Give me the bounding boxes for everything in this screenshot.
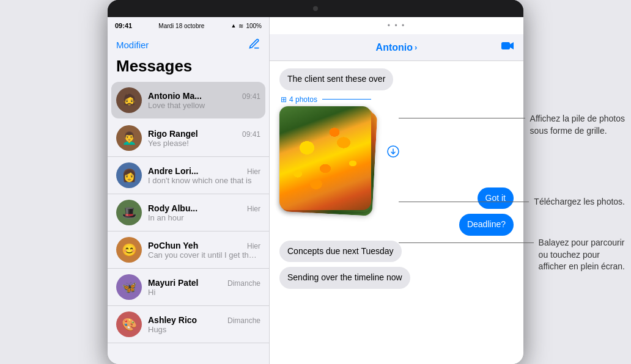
chat-area: • • • Antonio › <box>270 17 523 364</box>
bubble-concepts: Concepts due next Tuesday <box>279 241 402 263</box>
conversation-item-rigo[interactable]: 👨‍🦱 Rigo Rangel 09:41 Yes please! <box>108 120 269 157</box>
chat-header: Antonio › <box>270 34 523 61</box>
photo-card-front <box>279 106 371 210</box>
avatar-pochun: 😊 <box>116 237 142 263</box>
sidebar-status-bar: 09:41 Mardi 18 octobre ▲ ≋ 100% <box>108 17 269 34</box>
grid-icon: ⊞ <box>281 95 287 104</box>
bubble-timeline: Sending over the timeline now <box>279 267 410 289</box>
messages-title: Messages <box>108 57 269 81</box>
bubble-1[interactable]: The client sent these over <box>279 68 393 90</box>
grid-line <box>322 99 371 100</box>
wifi-icon: ≋ <box>238 23 243 29</box>
conv-preview-mayuri: Hi <box>148 288 260 297</box>
sidebar: 09:41 Mardi 18 octobre ▲ ≋ 100% Modifier <box>108 17 270 364</box>
conv-content-rigo: Rigo Rangel 09:41 Yes please! <box>148 129 260 148</box>
bubble-deadline: Deadline? <box>459 214 514 236</box>
modifier-button[interactable]: Modifier <box>116 40 149 50</box>
ipad-top-bar <box>108 0 523 17</box>
conv-content-antonio: Antonio Ma... 09:41 Love that yellow <box>148 91 260 110</box>
facetime-button[interactable] <box>501 41 515 54</box>
conv-preview-rigo: Yes please! <box>148 139 260 148</box>
conv-time-rigo: 09:41 <box>242 130 260 139</box>
svg-rect-0 <box>501 42 510 49</box>
battery-icon: 100% <box>246 23 262 29</box>
status-time: 09:41 <box>115 22 132 29</box>
photo-grid-label[interactable]: ⊞ 4 photos <box>279 95 371 104</box>
photo-stack[interactable] <box>279 106 377 216</box>
message-row-1: The client sent these over <box>279 68 514 90</box>
chat-header-actions <box>501 41 515 54</box>
ipad-frame: 09:41 Mardi 18 octobre ▲ ≋ 100% Modifier <box>108 0 523 364</box>
sidebar-header: Modifier <box>108 34 269 57</box>
conv-preview-antonio: Love that yellow <box>148 101 260 110</box>
conversation-item-antonio[interactable]: 🧔 Antonio Ma... 09:41 Love that yellow <box>111 82 265 118</box>
conv-preview-andre: I don't know which one that is <box>148 176 260 185</box>
conv-preview-rody: In an hour <box>148 213 260 222</box>
flower-image-front <box>279 106 371 210</box>
bubble-got-it: Got it <box>478 187 514 209</box>
annotation-text-3: Balayez pour parcourir ou touchez pour a… <box>539 237 625 273</box>
photos-count: 4 photos <box>289 95 317 104</box>
three-dots: • • • <box>388 21 405 30</box>
compose-button[interactable] <box>248 38 260 52</box>
conv-name-ashley: Ashley Rico <box>148 315 197 325</box>
avatar-ashley: 🎨 <box>116 311 142 337</box>
chat-contact[interactable]: Antonio › <box>376 42 418 53</box>
conv-content-ashley: Ashley Rico Dimanche Hugs <box>148 315 260 334</box>
conv-content-andre: Andre Lori... Hier I don't know which on… <box>148 166 260 185</box>
conv-name-rody: Rody Albu... <box>148 203 197 213</box>
annotation-text-1: Affichez la pile de photos sous forme de… <box>530 113 625 137</box>
conv-preview-ashley: Hugs <box>148 325 260 334</box>
conv-time-ashley: Dimanche <box>227 316 260 325</box>
status-date: Mardi 18 octobre <box>158 23 204 29</box>
avatar-mayuri: 🦋 <box>116 274 142 300</box>
annotation-text-2: Téléchargez les photos. <box>534 197 625 206</box>
conv-time-mayuri: Dimanche <box>227 279 260 288</box>
chevron-right-icon: › <box>415 43 417 52</box>
conv-content-mayuri: Mayuri Patel Dimanche Hi <box>148 278 260 297</box>
conversation-list: 🧔 Antonio Ma... 09:41 Love that yellow 👨… <box>108 81 269 364</box>
avatar-rigo: 👨‍🦱 <box>116 125 142 151</box>
status-icons: ▲ ≋ 100% <box>231 23 262 29</box>
conversation-item-pochun[interactable]: 😊 PoChun Yeh Hier Can you cover it until… <box>108 231 269 269</box>
conv-time-antonio: 09:41 <box>242 92 260 101</box>
conv-name-pochun: PoChun Yeh <box>148 241 198 250</box>
conv-name-andre: Andre Lori... <box>148 166 198 176</box>
message-row-timeline: Sending over the timeline now <box>279 267 514 289</box>
message-row-concepts: Concepts due next Tuesday <box>279 241 514 263</box>
contact-name-text: Antonio <box>376 42 413 53</box>
conversation-item-rody[interactable]: 🎩 Rody Albu... Hier In an hour <box>108 194 269 231</box>
avatar-andre: 👩 <box>116 162 142 188</box>
chat-status-bar: • • • <box>270 17 523 34</box>
ipad-screen: 09:41 Mardi 18 octobre ▲ ≋ 100% Modifier <box>108 17 523 364</box>
conv-preview-pochun: Can you cover it until I get there? <box>148 250 260 260</box>
location-icon: ▲ <box>231 23 237 29</box>
conversation-item-andre[interactable]: 👩 Andre Lori... Hier I don't know which … <box>108 157 269 194</box>
camera-icon <box>313 6 318 11</box>
conv-name-antonio: Antonio Ma... <box>148 91 202 101</box>
avatar-rody: 🎩 <box>116 200 142 225</box>
chat-messages: The client sent these over ⊞ 4 photos <box>270 61 523 364</box>
conv-name-mayuri: Mayuri Patel <box>148 278 198 288</box>
conversation-item-ashley[interactable]: 🎨 Ashley Rico Dimanche Hugs <box>108 306 269 343</box>
message-row-deadline: Deadline? <box>279 214 514 236</box>
conv-time-andre: Hier <box>247 167 260 176</box>
conv-time-pochun: Hier <box>247 242 260 250</box>
conv-content-pochun: PoChun Yeh Hier Can you cover it until I… <box>148 241 260 260</box>
conv-content-rody: Rody Albu... Hier In an hour <box>148 203 260 222</box>
conv-name-rigo: Rigo Rangel <box>148 129 198 139</box>
conversation-item-mayuri[interactable]: 🦋 Mayuri Patel Dimanche Hi <box>108 269 269 306</box>
conv-time-rody: Hier <box>247 205 260 213</box>
avatar-antonio: 🧔 <box>116 87 142 113</box>
